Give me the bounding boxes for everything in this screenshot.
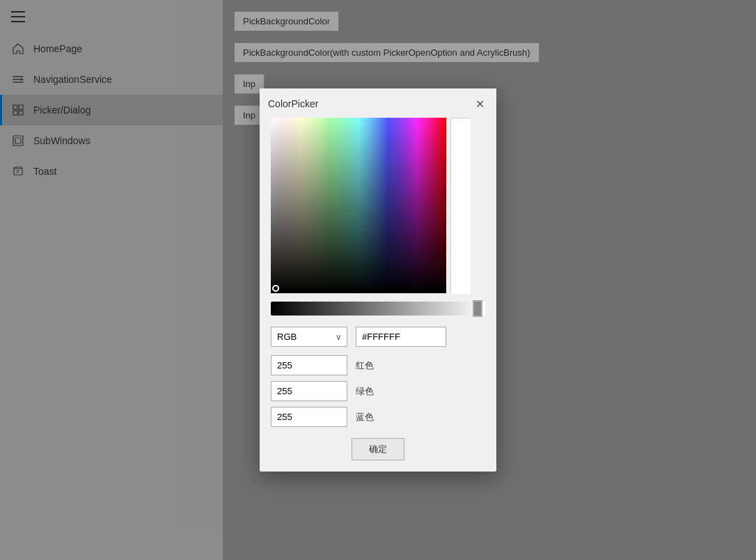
color-mode-select-wrapper: RGB HSV HSL <box>271 327 347 347</box>
alpha-strip[interactable] <box>450 118 470 293</box>
red-input[interactable] <box>271 355 347 375</box>
red-row: 红色 <box>271 355 485 375</box>
color-mode-select[interactable]: RGB HSV HSL <box>271 327 347 347</box>
blue-label: 蓝色 <box>356 411 374 423</box>
color-picker-dialog: ColorPicker ✕ <box>260 88 496 472</box>
dialog-titlebar: ColorPicker ✕ <box>260 88 496 118</box>
close-button[interactable]: ✕ <box>471 95 488 112</box>
hue-slider-thumb[interactable] <box>473 300 482 317</box>
spectrum-container <box>271 118 485 293</box>
color-spectrum[interactable] <box>271 118 446 293</box>
color-controls: RGB HSV HSL <box>271 327 485 347</box>
blue-input[interactable] <box>271 407 347 427</box>
green-label: 绿色 <box>356 385 374 398</box>
hue-slider-container <box>271 302 485 316</box>
blue-row: 蓝色 <box>271 407 485 427</box>
dialog-body: RGB HSV HSL 红色 绿色 蓝色 <box>260 118 496 472</box>
red-label: 红色 <box>356 359 374 372</box>
green-row: 绿色 <box>271 381 485 401</box>
green-input[interactable] <box>271 381 347 401</box>
hex-input[interactable] <box>356 327 446 347</box>
dialog-title: ColorPicker <box>268 98 318 109</box>
ok-btn-container: 确定 <box>271 438 485 460</box>
overlay: ColorPicker ✕ <box>0 0 756 560</box>
ok-button[interactable]: 确定 <box>352 438 404 460</box>
hue-slider-track[interactable] <box>271 302 485 316</box>
spectrum-handle[interactable] <box>272 285 279 292</box>
